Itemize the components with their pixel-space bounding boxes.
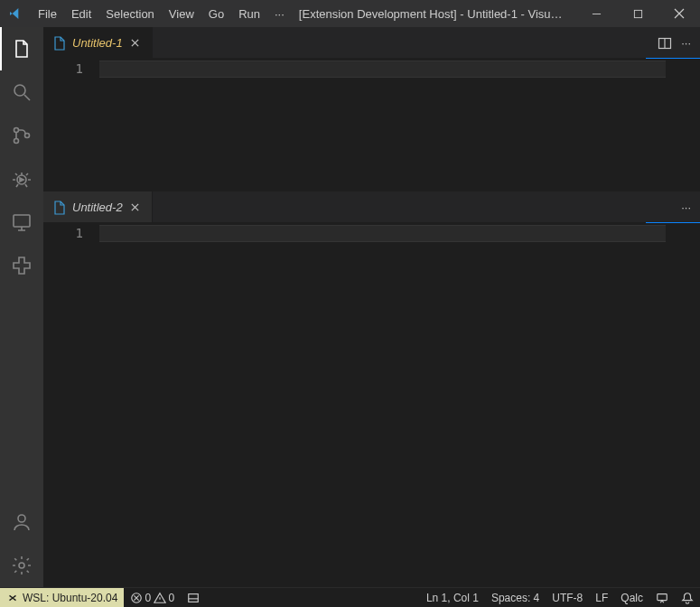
svg-point-3 (14, 128, 19, 133)
menu-go[interactable]: Go (201, 0, 231, 27)
status-indentation[interactable]: Spaces: 4 (485, 588, 546, 607)
editor-body-1[interactable]: 1 (43, 59, 700, 191)
activity-bar (0, 27, 43, 587)
more-actions-icon[interactable]: ··· (681, 36, 691, 50)
maximize-button[interactable] (617, 0, 658, 27)
activity-remote-explorer[interactable] (0, 201, 43, 244)
file-icon (52, 36, 67, 51)
svg-point-4 (14, 139, 19, 144)
line-number: 1 (43, 61, 83, 78)
status-problems[interactable]: 0 0 (124, 588, 181, 607)
gutter: 1 (43, 223, 99, 587)
activity-search[interactable] (0, 70, 43, 114)
activity-source-control[interactable] (0, 114, 43, 157)
error-icon: 0 (130, 592, 151, 604)
editor-area: Untitled-1 ··· 1 (43, 27, 700, 587)
svg-point-5 (25, 134, 30, 138)
gutter: 1 (43, 59, 99, 191)
editor-group-actions-2: ··· (672, 191, 700, 223)
titlebar: File Edit Selection View Go Run ··· [Ext… (0, 0, 700, 27)
svg-point-10 (19, 563, 24, 568)
menu-run[interactable]: Run (231, 0, 267, 27)
menu-file[interactable]: File (31, 0, 64, 27)
menu-overflow[interactable]: ··· (267, 0, 292, 27)
status-panel-toggle[interactable] (181, 588, 206, 607)
tabs-group-1: Untitled-1 ··· (43, 27, 700, 59)
vscode-icon (0, 6, 31, 21)
menubar: File Edit Selection View Go Run ··· (31, 0, 292, 27)
activity-extensions[interactable] (0, 244, 43, 287)
tab-label: Untitled-1 (72, 36, 123, 50)
split-editor-icon[interactable] (658, 36, 672, 51)
status-remote[interactable]: WSL: Ubuntu-20.04 (0, 588, 124, 607)
tab-untitled-2[interactable]: Untitled-2 (43, 191, 153, 223)
activity-accounts[interactable] (0, 500, 43, 544)
activity-explorer[interactable] (0, 27, 43, 70)
svg-point-2 (14, 85, 25, 96)
window-title: [Extension Development Host] - Untitled-… (292, 7, 575, 21)
close-icon[interactable] (128, 201, 143, 215)
editor-group-2: Untitled-2 ··· 1 (43, 191, 700, 587)
editor-content[interactable] (99, 223, 700, 587)
menu-view[interactable]: View (162, 0, 201, 27)
activity-run-debug[interactable] (0, 157, 43, 201)
editor-group-actions-1: ··· (649, 27, 700, 59)
status-encoding[interactable]: UTF-8 (546, 588, 589, 607)
status-eol[interactable]: LF (589, 588, 614, 607)
svg-rect-1 (634, 10, 641, 17)
status-notifications[interactable] (675, 588, 700, 607)
menu-selection[interactable]: Selection (98, 0, 161, 27)
warning-icon: 0 (154, 592, 174, 604)
close-icon[interactable] (128, 36, 143, 51)
tab-untitled-1[interactable]: Untitled-1 (43, 27, 153, 59)
editor-body-2[interactable]: 1 (43, 223, 700, 587)
status-remote-label: WSL: Ubuntu-20.04 (23, 592, 117, 604)
status-cursor-position[interactable]: Ln 1, Col 1 (420, 588, 485, 607)
svg-rect-14 (189, 593, 199, 602)
main-area: Untitled-1 ··· 1 (0, 27, 700, 587)
svg-rect-16 (658, 593, 667, 600)
window-controls (575, 0, 700, 27)
statusbar: WSL: Ubuntu-20.04 0 0 Ln 1, Col 1 Spaces… (0, 587, 700, 607)
svg-point-9 (18, 515, 25, 522)
status-language-mode[interactable]: Qalc (614, 588, 649, 607)
menu-edit[interactable]: Edit (64, 0, 98, 27)
close-button[interactable] (658, 0, 700, 27)
svg-rect-0 (592, 14, 600, 14)
line-number: 1 (43, 225, 83, 242)
minimize-button[interactable] (575, 0, 617, 27)
file-icon (52, 201, 67, 215)
svg-marker-7 (20, 178, 23, 182)
tab-label: Untitled-2 (72, 201, 123, 214)
more-actions-icon[interactable]: ··· (681, 201, 691, 214)
svg-rect-8 (14, 215, 30, 227)
activity-settings[interactable] (0, 544, 43, 587)
status-feedback[interactable] (649, 588, 675, 607)
editor-content[interactable] (99, 59, 700, 191)
editor-group-1: Untitled-1 ··· 1 (43, 27, 700, 191)
tabs-group-2: Untitled-2 ··· (43, 191, 700, 223)
